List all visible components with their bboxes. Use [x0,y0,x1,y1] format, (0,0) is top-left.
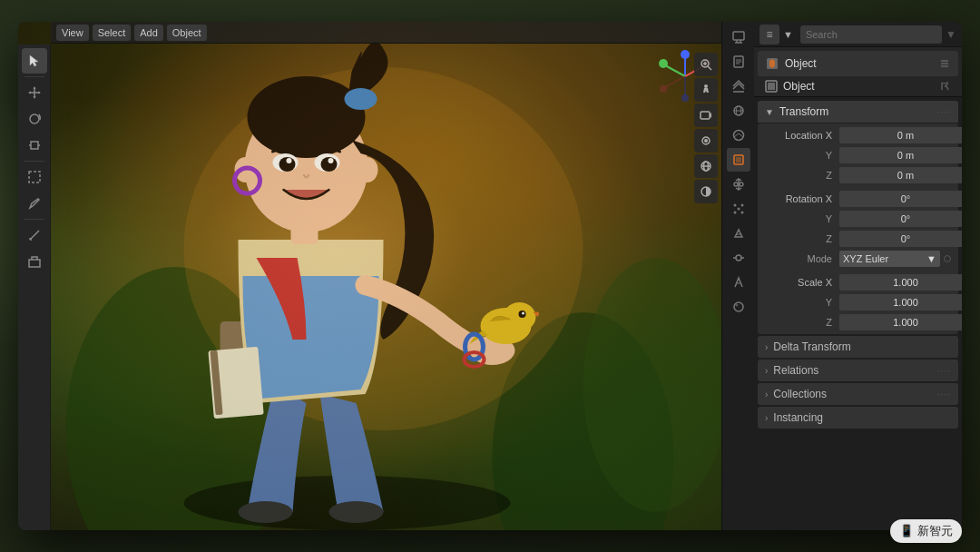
svg-rect-40 [29,172,40,182]
rotation-y-label: Y [776,213,839,224]
rotation-x-label: Rotation X [776,193,839,204]
collections-header[interactable]: › Collections ···· [758,383,958,405]
properties-scroll-content: ▼ Transform ···· Location X [754,97,962,530]
viewport-walk-nav[interactable] [694,78,718,102]
outer-background: View Select Add Object [0,0,980,552]
scale-z-label: Z [776,317,839,328]
svg-point-88 [733,212,736,214]
viewport-right-toolbar [691,49,721,530]
scale-y-value-wrap: 🔒 [839,294,962,310]
object-menu[interactable]: Object [167,25,207,41]
rotation-z-input[interactable] [839,231,962,247]
transform-content: Location X 🔒 [758,123,958,334]
tool-move[interactable] [22,80,47,105]
tab-particles[interactable] [727,197,750,221]
scale-z-input[interactable] [839,314,962,330]
relations-header[interactable]: › Relations ···· [758,360,958,381]
svg-point-25 [522,312,524,315]
viewport-camera[interactable] [694,104,718,127]
location-z-row: Z 🔒 [758,165,958,185]
tool-add[interactable] [22,249,47,274]
tab-world[interactable] [727,123,750,147]
rotation-mode-keyframe[interactable] [944,255,951,262]
rotation-mode-row: Mode XYZ Euler ▼ [758,249,958,269]
scale-x-input[interactable] [839,274,962,291]
svg-point-85 [733,204,736,207]
tab-material[interactable] [727,295,750,319]
svg-marker-35 [38,92,41,94]
character-scene [18,22,721,530]
panel-menu-btn[interactable]: ≡ [760,25,779,44]
viewport-header: View Select Add Object [51,22,721,44]
rotation-x-input[interactable] [839,191,962,207]
transform-dots: ···· [937,107,951,117]
tab-output[interactable] [727,50,750,74]
tool-transform[interactable] [22,164,47,190]
tab-physics[interactable] [727,222,750,245]
select-menu[interactable]: Select [93,25,132,41]
instancing-header[interactable]: › Instancing [758,407,958,429]
svg-point-50 [659,59,668,68]
instancing-arrow: › [765,413,768,423]
svg-point-10 [248,76,366,158]
tool-rotate[interactable] [22,106,47,132]
scale-x-label: Scale X [776,277,839,288]
tool-cursor[interactable] [22,48,47,74]
scale-y-row: Y 🔒 [758,292,958,312]
rotation-mode-label: Mode [776,253,839,264]
tab-scene[interactable] [727,99,750,123]
tab-object[interactable] [727,148,750,172]
tool-measure[interactable] [22,222,47,248]
svg-point-87 [737,208,740,211]
svg-marker-32 [33,86,35,89]
svg-marker-33 [33,96,35,99]
tab-constraints[interactable] [727,246,750,270]
svg-line-41 [30,231,39,240]
scale-y-input[interactable] [839,294,962,310]
svg-rect-99 [768,83,775,90]
rotation-z-row: Z 🔒 [758,229,958,249]
rotation-x-value-wrap: 🔒 [839,191,962,207]
svg-point-16 [287,158,292,163]
tab-view-layer[interactable] [727,74,750,98]
transform-section-header[interactable]: ▼ Transform ···· [758,101,958,123]
tab-render[interactable] [727,25,750,49]
active-object-name: Object [783,80,933,93]
right-panel: ≡ ▼ ▼ Object Object [721,22,962,530]
rotation-y-input[interactable] [839,211,962,227]
viewport-render[interactable] [694,129,718,153]
svg-point-54 [660,85,667,93]
viewport-zoom-in[interactable] [694,53,718,76]
svg-point-59 [704,84,708,88]
svg-point-19 [357,157,378,182]
svg-point-5 [239,501,293,523]
svg-point-6 [329,501,384,523]
transform-arrow: ▼ [765,107,774,117]
rotation-mode-select[interactable]: XYZ Euler ▼ [839,251,940,267]
properties-search[interactable] [800,25,942,44]
tool-separator-2 [24,161,44,162]
svg-marker-34 [28,92,31,94]
object-type-label: Object [785,57,817,70]
location-z-label: Z [776,170,839,181]
viewport-overlays[interactable] [694,154,718,178]
delta-transform-header[interactable]: › Delta Transform [758,336,958,358]
location-x-input[interactable] [839,127,962,143]
tab-modifiers[interactable] [727,172,750,196]
rotation-y-row: Y 🔒 [758,209,958,229]
add-menu[interactable]: Add [134,25,163,41]
svg-rect-68 [733,32,744,40]
location-z-input[interactable] [839,167,962,183]
tool-annotate[interactable] [22,191,47,216]
view-menu[interactable]: View [56,25,89,41]
scale-z-value-wrap: 🔒 [839,314,962,330]
location-x-label: Location X [776,130,839,141]
tab-data[interactable] [727,271,750,294]
viewport-area[interactable]: View Select Add Object [18,22,721,530]
delta-transform-title: Delta Transform [773,340,850,353]
viewport-shading[interactable] [694,180,718,203]
location-y-input[interactable] [839,147,962,163]
svg-line-49 [665,65,685,76]
tool-scale[interactable] [22,133,47,158]
svg-point-84 [740,182,743,186]
